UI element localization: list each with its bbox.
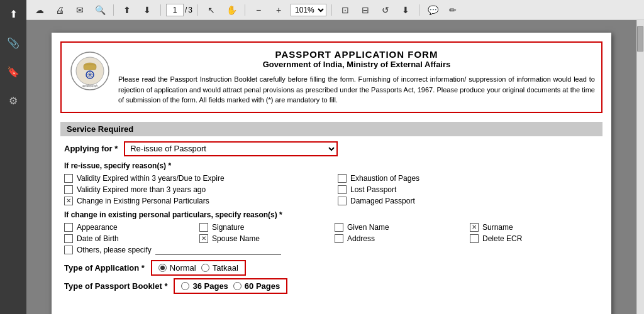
emblem: सत्यमेव जयते xyxy=(68,49,112,93)
toolbar-zoom-in-btn[interactable]: + xyxy=(270,3,287,17)
toolbar-upload-btn[interactable]: ☁ xyxy=(31,3,48,17)
applying-for-label: Applying for * xyxy=(64,144,118,153)
type-booklet-label: Type of Passport Booklet * xyxy=(64,281,167,291)
toolbar-hand-btn[interactable]: ✋ xyxy=(223,3,240,17)
toolbar-download-btn[interactable]: ⬇ xyxy=(397,3,414,17)
separator-6 xyxy=(419,4,419,16)
section-header: Service Required xyxy=(60,122,602,136)
sidebar-icon-attach[interactable]: 📎 xyxy=(4,34,22,51)
checkbox-exhaustion-label: Exhaustion of Pages xyxy=(350,174,419,183)
checkbox-damaged-box[interactable] xyxy=(338,197,347,205)
zoom-select[interactable]: 101% 75% 100% 125% 150% xyxy=(291,4,326,16)
checkbox-spouse-name-label: Spouse Name xyxy=(212,234,260,243)
radio-normal[interactable]: Normal xyxy=(158,263,196,273)
separator-5 xyxy=(331,4,332,16)
checkbox-address: Address xyxy=(335,234,464,243)
radio-60-circle[interactable] xyxy=(233,282,242,290)
checkbox-exhaustion: Exhaustion of Pages xyxy=(338,174,599,183)
form-title-block: PASSPORT APPLICATION FORM Government of … xyxy=(118,49,595,69)
form-title2: Government of India, Ministry of Externa… xyxy=(118,60,595,69)
applying-for-row: Applying for * Re-issue of Passport Fres… xyxy=(64,141,599,156)
page-input-group: / 3 xyxy=(166,4,192,16)
sidebar-icon-settings[interactable]: ⚙ xyxy=(4,92,22,109)
radio-36-circle[interactable] xyxy=(181,282,189,290)
sidebar-icon-upload[interactable]: ⬆ xyxy=(4,5,22,23)
toolbar-draw-btn[interactable]: ✏ xyxy=(445,3,461,17)
toolbar-prev-btn[interactable]: ⬆ xyxy=(119,3,135,17)
checkbox-lost-box[interactable] xyxy=(338,185,347,194)
checkbox-signature-box[interactable] xyxy=(199,223,208,232)
radio-tatkaal-circle[interactable] xyxy=(201,264,209,272)
sidebar-icon-layers[interactable]: 🔖 xyxy=(4,63,22,80)
toolbar-zoom-out-btn[interactable]: − xyxy=(250,3,267,17)
toolbar: ☁ 🖨 ✉ 🔍 ⬆ ⬇ / 3 ↖ ✋ − + 101% 75% 100% 12… xyxy=(26,0,644,20)
type-application-radio-group: Normal Tatkaal xyxy=(151,260,246,276)
radio-60[interactable]: 60 Pages xyxy=(233,281,280,291)
checkbox-signature-label: Signature xyxy=(212,223,244,232)
toolbar-email-btn[interactable]: ✉ xyxy=(72,3,88,17)
checkbox-dob: Date of Birth xyxy=(64,234,193,243)
checkbox-address-box[interactable] xyxy=(335,234,343,243)
checkbox-address-label: Address xyxy=(347,234,375,243)
radio-normal-circle[interactable] xyxy=(158,264,167,272)
applying-for-select[interactable]: Re-issue of Passport Fresh Passport xyxy=(124,141,338,156)
checkbox-spouse-name: Spouse Name xyxy=(199,234,328,243)
form-body: Applying for * Re-issue of Passport Fres… xyxy=(52,136,611,299)
checkbox-delete-ecr-box[interactable] xyxy=(470,234,479,243)
checkbox-validity-3-box[interactable] xyxy=(64,174,73,183)
checkbox-exhaustion-box[interactable] xyxy=(338,174,347,183)
radio-60-label: 60 Pages xyxy=(245,281,280,291)
checkbox-spouse-name-box[interactable] xyxy=(199,234,208,243)
reissue-checkbox-grid: Validity Expired within 3 years/Due to E… xyxy=(64,174,599,205)
separator-3 xyxy=(197,4,198,16)
toolbar-search-btn[interactable]: 🔍 xyxy=(92,3,108,17)
checkbox-signature: Signature xyxy=(199,223,328,232)
page-separator: / xyxy=(185,6,187,14)
content-area: सत्यमेव जयते PASSPORT APPLICATION FORM G… xyxy=(26,20,644,314)
checkbox-change-personal-label: Change in Existing Personal Particulars xyxy=(77,197,209,205)
toolbar-next-btn[interactable]: ⬇ xyxy=(139,3,155,17)
scrollbar-thumb[interactable] xyxy=(637,26,643,51)
radio-tatkaal[interactable]: Tatkaal xyxy=(201,263,238,273)
checkbox-change-personal-box[interactable] xyxy=(64,197,73,205)
separator-2 xyxy=(160,4,161,16)
radio-tatkaal-label: Tatkaal xyxy=(213,263,238,273)
toolbar-fit-width-btn[interactable]: ⊟ xyxy=(357,3,374,17)
checkbox-others-box[interactable] xyxy=(64,246,73,254)
checkbox-appearance-box[interactable] xyxy=(64,223,73,232)
sidebar: ⬆ 📎 🔖 ⚙ xyxy=(0,0,26,314)
checkbox-damaged: Damaged Passport xyxy=(338,197,599,205)
checkbox-delete-ecr-label: Delete ECR xyxy=(482,234,522,243)
radio-normal-label: Normal xyxy=(170,263,196,273)
others-row: Others, please specify xyxy=(64,246,599,255)
checkbox-validity-3: Validity Expired within 3 years/Due to E… xyxy=(64,174,325,183)
form-header-text: PASSPORT APPLICATION FORM Government of … xyxy=(118,49,595,106)
scroll-area[interactable]: सत्यमेव जयते PASSPORT APPLICATION FORM G… xyxy=(26,20,636,314)
type-application-label: Type of Application * xyxy=(64,263,145,273)
checkbox-given-name-box[interactable] xyxy=(335,223,343,232)
page-total: 3 xyxy=(188,6,192,14)
right-scrollbar[interactable] xyxy=(636,20,644,314)
toolbar-comment-btn[interactable]: 💬 xyxy=(425,3,441,17)
checkbox-given-name: Given Name xyxy=(335,223,464,232)
others-label: Others, please specify xyxy=(77,246,152,254)
others-input[interactable] xyxy=(155,246,281,255)
toolbar-cursor-btn[interactable]: ↖ xyxy=(203,3,219,17)
checkbox-surname-box[interactable] xyxy=(470,223,479,232)
checkbox-dob-label: Date of Birth xyxy=(77,234,119,243)
toolbar-fit-page-btn[interactable]: ⊡ xyxy=(337,3,353,17)
radio-36[interactable]: 36 Pages xyxy=(181,281,228,291)
separator-4 xyxy=(245,4,245,16)
page-number-input[interactable] xyxy=(166,4,184,16)
checkbox-surname: Surname xyxy=(470,223,599,232)
toolbar-rotate-btn[interactable]: ↺ xyxy=(377,3,394,17)
main-area: ☁ 🖨 ✉ 🔍 ⬆ ⬇ / 3 ↖ ✋ − + 101% 75% 100% 12… xyxy=(26,0,644,314)
booklet-radio-group: 36 Pages 60 Pages xyxy=(174,278,287,294)
form-title1: PASSPORT APPLICATION FORM xyxy=(118,49,595,60)
checkbox-dob-box[interactable] xyxy=(64,234,73,243)
toolbar-print-btn[interactable]: 🖨 xyxy=(52,3,68,17)
svg-rect-3 xyxy=(84,65,96,70)
particulars-checkbox-grid: Appearance Signature Given Name Sur xyxy=(64,223,599,243)
bottom-row: Type of Passport Booklet * 36 Pages 60 P… xyxy=(64,278,599,294)
checkbox-validity-more-box[interactable] xyxy=(64,185,73,194)
